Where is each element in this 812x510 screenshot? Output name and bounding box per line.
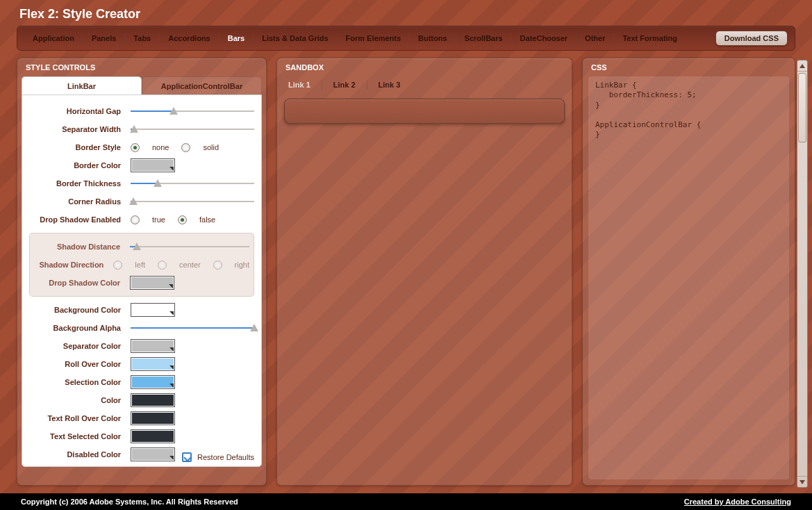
radio-label-right: right bbox=[235, 261, 249, 269]
swatch-roll-over-color[interactable] bbox=[131, 357, 175, 371]
radio-border-style-solid[interactable] bbox=[181, 143, 190, 152]
sandbox-application-control-bar bbox=[284, 99, 565, 124]
label-disabled-color: Disabled Color bbox=[29, 450, 124, 459]
label-text-roll-over-color: Text Roll Over Color bbox=[29, 414, 124, 422]
css-header: CSS bbox=[583, 58, 795, 76]
label-shadow-direction: Shadow Direction bbox=[34, 261, 106, 269]
label-selection-color: Selection Color bbox=[29, 378, 124, 386]
label-corner-radius: Corner Radius bbox=[29, 197, 124, 206]
swatch-color[interactable] bbox=[131, 393, 175, 407]
label-border-style: Border Style bbox=[29, 143, 124, 151]
sandbox-separator bbox=[322, 80, 322, 90]
restore-defaults-label: Restore Defaults bbox=[197, 453, 254, 461]
sandbox-linkbar: Link 1 Link 2 Link 3 bbox=[277, 76, 572, 99]
restore-icon bbox=[182, 452, 192, 462]
nav-tab-form-elements[interactable]: Form Elements bbox=[338, 31, 409, 45]
nav-tab-tabs[interactable]: Tabs bbox=[125, 31, 159, 45]
tab-applicationcontrolbar[interactable]: ApplicationControlBar bbox=[142, 76, 262, 94]
tab-linkbar[interactable]: LinkBar bbox=[22, 76, 142, 94]
footer-copyright: Copyright (c) 2006 Adobe Systems, Inc. A… bbox=[21, 497, 238, 506]
sandbox-header: SANDBOX bbox=[277, 58, 572, 76]
nav-tab-buttons[interactable]: Buttons bbox=[410, 31, 456, 45]
chevron-up-icon bbox=[799, 64, 805, 68]
label-text-selected-color: Text Selected Color bbox=[29, 432, 124, 441]
slider-background-alpha[interactable] bbox=[131, 323, 254, 333]
scroll-up-button[interactable] bbox=[797, 60, 807, 72]
slider-horizontal-gap[interactable] bbox=[131, 106, 254, 116]
slider-separator-width[interactable] bbox=[131, 124, 254, 134]
download-css-button[interactable]: Download CSS bbox=[715, 31, 788, 46]
radio-label-solid: solid bbox=[203, 143, 219, 151]
scroll-down-button[interactable] bbox=[797, 476, 807, 487]
page-scrollbar[interactable] bbox=[797, 60, 808, 488]
style-controls-panel: STYLE CONTROLS LinkBar ApplicationContro… bbox=[17, 58, 267, 486]
nav-tabs: ApplicationPanelsTabsAccordionsBarsLists… bbox=[24, 31, 715, 45]
shadow-group: Shadow Distance Shadow Direction left ce… bbox=[29, 233, 254, 297]
slider-border-thickness[interactable] bbox=[131, 179, 254, 188]
app-title: Flex 2: Style Creator bbox=[0, 0, 812, 26]
label-background-color: Background Color bbox=[29, 306, 124, 314]
radio-shadow-dir-left bbox=[113, 261, 122, 270]
label-drop-shadow-color: Drop Shadow Color bbox=[34, 279, 123, 287]
nav-tab-application[interactable]: Application bbox=[24, 31, 83, 45]
swatch-background-color[interactable] bbox=[131, 303, 175, 317]
footer-credit-link[interactable]: Created by Adobe Consulting bbox=[684, 497, 791, 506]
css-output[interactable]: LinkBar { borderThickness: 5; } Applicat… bbox=[588, 76, 789, 479]
nav-tab-lists-data-grids[interactable]: Lists & Data Grids bbox=[254, 31, 336, 45]
swatch-text-roll-over-color[interactable] bbox=[131, 411, 175, 425]
footer-bar: Copyright (c) 2006 Adobe Systems, Inc. A… bbox=[0, 493, 812, 510]
radio-shadow-dir-right bbox=[213, 261, 222, 270]
swatch-disabled-color[interactable] bbox=[131, 447, 175, 461]
swatch-selection-color[interactable] bbox=[131, 375, 175, 389]
swatch-drop-shadow-color[interactable] bbox=[130, 276, 174, 290]
label-border-thickness: Border Thickness bbox=[29, 179, 124, 188]
nav-tab-bars[interactable]: Bars bbox=[219, 31, 253, 45]
label-shadow-distance: Shadow Distance bbox=[34, 242, 123, 251]
nav-tab-text-formating[interactable]: Text Formating bbox=[614, 31, 686, 45]
radio-border-style-none[interactable] bbox=[131, 143, 140, 152]
label-border-color: Border Color bbox=[29, 161, 124, 170]
restore-defaults-button[interactable]: Restore Defaults bbox=[182, 452, 254, 462]
radio-shadow-dir-center bbox=[158, 261, 167, 270]
radio-label-true: true bbox=[152, 215, 165, 224]
radio-label-false: false bbox=[199, 215, 215, 224]
sandbox-separator bbox=[367, 80, 367, 90]
radio-label-none: none bbox=[152, 143, 169, 151]
scroll-handle[interactable] bbox=[798, 73, 806, 142]
label-drop-shadow-enabled: Drop Shadow Enabled bbox=[29, 215, 124, 224]
radio-shadow-true[interactable] bbox=[131, 215, 140, 224]
label-background-alpha: Background Alpha bbox=[29, 324, 124, 332]
radio-label-center: center bbox=[179, 261, 201, 269]
radio-shadow-false[interactable] bbox=[178, 215, 187, 224]
swatch-border-color[interactable] bbox=[131, 158, 175, 172]
nav-tab-datechooser[interactable]: DateChooser bbox=[512, 31, 576, 45]
label-roll-over-color: Roll Over Color bbox=[29, 360, 124, 368]
sandbox-link-2[interactable]: Link 2 bbox=[329, 79, 360, 90]
radio-label-left: left bbox=[135, 261, 145, 269]
nav-tab-accordions[interactable]: Accordions bbox=[160, 31, 219, 45]
css-panel: CSS LinkBar { borderThickness: 5; } Appl… bbox=[582, 58, 795, 486]
slider-corner-radius[interactable] bbox=[131, 197, 254, 206]
label-separator-color: Separator Color bbox=[29, 342, 124, 350]
style-controls-header: STYLE CONTROLS bbox=[17, 58, 266, 76]
nav-tab-other[interactable]: Other bbox=[577, 31, 613, 45]
slider-shadow-distance[interactable] bbox=[130, 242, 249, 252]
label-color: Color bbox=[29, 396, 124, 404]
label-horizontal-gap: Horizontal Gap bbox=[29, 107, 124, 115]
nav-tab-panels[interactable]: Panels bbox=[83, 31, 124, 45]
nav-tab-scrollbars[interactable]: ScrollBars bbox=[456, 31, 511, 45]
label-separator-width: Separator Width bbox=[29, 125, 124, 133]
swatch-separator-color[interactable] bbox=[131, 339, 175, 353]
controls-body: Horizontal Gap Separator Width Border St… bbox=[22, 94, 262, 467]
chevron-down-icon bbox=[799, 480, 805, 484]
swatch-text-selected-color[interactable] bbox=[131, 429, 175, 443]
sandbox-link-3[interactable]: Link 3 bbox=[374, 79, 405, 90]
sandbox-panel: SANDBOX Link 1 Link 2 Link 3 bbox=[276, 58, 572, 486]
top-nav-bar: ApplicationPanelsTabsAccordionsBarsLists… bbox=[17, 26, 795, 51]
sandbox-link-1[interactable]: Link 1 bbox=[284, 79, 315, 90]
